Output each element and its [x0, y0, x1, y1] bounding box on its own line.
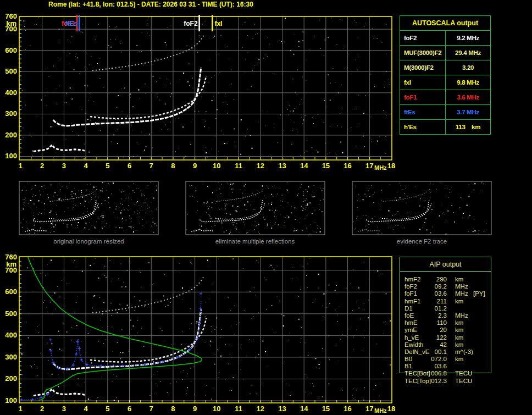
y-axis-unit-label: km	[6, 260, 16, 268]
y-tick-label: 600	[5, 287, 17, 296]
aip-row-v: 072.0	[415, 356, 447, 362]
autoscala-row-value: 3.6 MHz	[446, 90, 490, 104]
x-tick-label: 11	[235, 162, 242, 170]
x-tick-label: 9	[193, 405, 197, 413]
aip-row-yme: ymE20km	[400, 327, 532, 334]
thumbnail-2	[352, 181, 491, 235]
autoscala-row-fxi: fxI9.8 MHz	[400, 75, 490, 90]
autoscala-row-value: 3.20	[446, 60, 490, 75]
y-tick-label: 300	[5, 109, 17, 118]
x-tick-label: 12	[257, 162, 264, 170]
x-tick-label: 7	[149, 405, 153, 413]
aip-row-u: MHz	[455, 312, 468, 319]
y-tick-label: 600	[5, 46, 17, 54]
aip-row-v: 03.6	[415, 290, 447, 297]
aip-row-l: foE	[404, 312, 414, 319]
x-tick-label: 12	[257, 405, 264, 413]
x-axis-unit-label: MHz	[374, 407, 387, 414]
x-tick-label: 5	[106, 405, 109, 413]
thumbnail-caption-original: original ionogram resized	[19, 238, 158, 245]
top-ionogram-plot: 760700600500400300200100km12345678910111…	[5, 12, 395, 171]
thumbnail-caption-eliminate: eliminate multiple reflections	[186, 238, 324, 245]
x-tick-label: 2	[40, 162, 44, 170]
aip-row-v: 110	[415, 319, 447, 326]
autoscala-table-header: AUTOSCALA output	[400, 16, 490, 31]
y-tick-label: 300	[5, 353, 17, 361]
aip-row-u: m^(-3)	[455, 348, 473, 355]
aip-row-tectop: TEC[Top]012.3TECU	[400, 378, 532, 385]
aip-row-v: 20	[415, 327, 447, 333]
x-tick-label: 17	[365, 405, 373, 413]
aip-row-l: B1	[404, 363, 412, 369]
y-tick-label: 100	[5, 152, 17, 160]
x-tick-label: 5	[106, 162, 109, 170]
x-tick-label: 4	[84, 162, 88, 170]
marker-label-foF2: foF2	[184, 20, 198, 27]
x-tick-label: 1	[18, 405, 22, 413]
autoscala-row-hes: h'Es113 km	[400, 120, 490, 134]
aip-row-u: km	[455, 276, 463, 283]
aip-row-v: 01.2	[415, 305, 447, 312]
aip-output-table: AIP output hmF2290kmfoF209.2MHzfoF103.6M…	[400, 257, 491, 373]
aip-row-hme: hmE110km	[400, 319, 532, 327]
x-tick-label: 15	[322, 405, 330, 413]
aip-row-v: 2.3	[415, 312, 447, 319]
aip-row-v: 00.1	[415, 348, 447, 355]
aip-row-u: km	[455, 327, 463, 333]
x-tick-label: 4	[84, 405, 88, 413]
x-tick-label: 2	[40, 405, 44, 413]
aip-row-hmf2: hmF2290km	[400, 276, 532, 283]
autoscala-row-label: h'Es	[400, 120, 446, 134]
aip-table-header: AIP output	[400, 257, 491, 272]
x-tick-label: 18	[387, 405, 395, 413]
x-tick-label: 1	[18, 162, 22, 170]
x-tick-label: 16	[343, 405, 351, 413]
aip-row-tecbot: TEC[Bot]006.8TECU	[400, 370, 532, 377]
autoscala-row-value: 29.4 MHz	[446, 46, 490, 60]
aip-row-v: 211	[415, 298, 447, 305]
x-tick-label: 18	[387, 162, 395, 170]
aip-row-n: [PY]	[473, 290, 485, 297]
autoscala-output-table: AUTOSCALA output foF29.2 MHzMUF(3000)F22…	[400, 15, 491, 135]
y-tick-label: 500	[5, 309, 17, 318]
aip-row-hve: h_vE122km	[400, 334, 532, 341]
y-tick-label: 200	[5, 374, 17, 383]
thumbnail-1	[186, 181, 325, 235]
aip-row-v: 09.2	[415, 283, 447, 290]
y-tick-label: 100	[5, 396, 17, 405]
aip-row-fof1: foF103.6MHz[PY]	[400, 290, 532, 297]
x-tick-label: 10	[213, 162, 220, 170]
aip-row-u: MHz	[455, 283, 468, 290]
autoscala-row-muf3000f2: MUF(3000)F229.4 MHz	[400, 46, 490, 60]
autoscala-row-fof1: foF13.6 MHz	[400, 90, 490, 105]
aip-row-u: km	[455, 334, 463, 341]
x-tick-label: 3	[62, 405, 66, 413]
thumbnail-caption-evidence: evidence F2 trace	[352, 238, 491, 245]
aip-row-delnve: DelN_vE00.1m^(-3)	[400, 348, 532, 356]
x-tick-label: 13	[278, 405, 286, 413]
aip-row-l: D1	[404, 305, 413, 312]
x-tick-label: 14	[300, 162, 308, 170]
aip-row-v: 42	[415, 341, 447, 348]
autoscala-row-value: 113 km	[446, 120, 490, 134]
x-tick-label: 8	[171, 162, 175, 170]
aip-row-v: 006.8	[415, 370, 447, 377]
autoscala-row-label: fxI	[400, 75, 446, 90]
aip-row-v: 290	[415, 276, 447, 283]
x-tick-label: 17	[365, 162, 373, 170]
x-tick-label: 10	[213, 405, 220, 413]
aip-row-v: 122	[415, 334, 447, 341]
aip-row-u: km	[455, 319, 463, 326]
aip-row-foe: foE2.3MHz	[400, 312, 532, 319]
aip-row-b1: B103.6	[400, 363, 532, 370]
y-tick-label: 400	[5, 331, 17, 339]
aip-row-u: km	[455, 341, 463, 348]
x-tick-label: 9	[193, 162, 197, 170]
autoscala-row-label: M(3000)F2	[400, 60, 446, 75]
aip-row-u: TECU	[455, 370, 472, 377]
x-tick-label: 15	[322, 162, 330, 170]
aip-row-hmf1: hmF1211km	[400, 298, 532, 305]
autoscala-window: Rome (lat: +41.8, lon: 012.5) - DATE: 20…	[0, 0, 532, 415]
aip-row-u: TECU	[455, 378, 472, 384]
autoscala-row-value: 9.8 MHz	[446, 75, 490, 90]
